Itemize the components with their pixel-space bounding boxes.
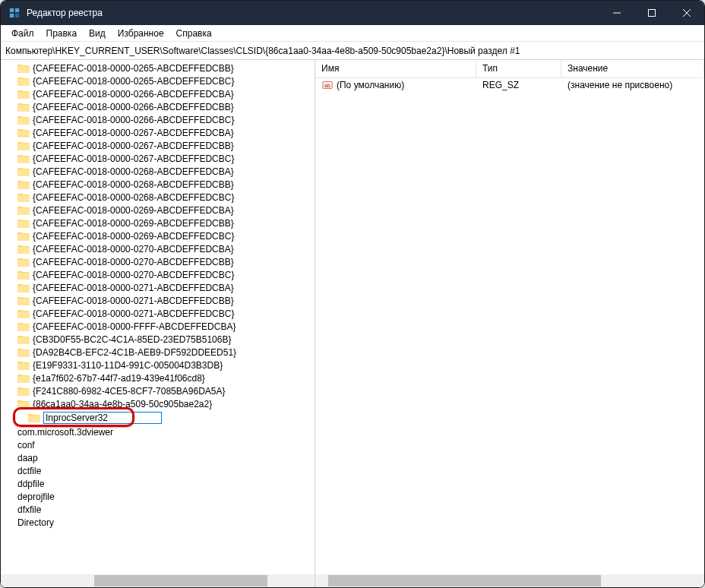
tree-item[interactable]: conf: [1, 438, 315, 451]
tree-item[interactable]: {CAFEEFAC-0018-0000-0268-ABCDEFFEDCBA}: [1, 165, 315, 178]
tree-item-label: com.microsoft.3dviewer: [17, 427, 113, 438]
tree-view[interactable]: {CAFEEFAC-0018-0000-0265-ABCDEFFEDCBB}{C…: [1, 60, 315, 574]
folder-icon: [17, 89, 30, 100]
window-controls: [599, 1, 704, 25]
tree-item[interactable]: {CAFEEFAC-0018-0000-0269-ABCDEFFEDCBC}: [1, 229, 315, 242]
menu-edit[interactable]: Правка: [40, 27, 84, 40]
tree-item-label: {CAFEEFAC-0018-0000-0267-ABCDEFFEDCBA}: [33, 128, 234, 138]
tree-item[interactable]: {CAFEEFAC-0018-0000-0269-ABCDEFFEDCBA}: [1, 204, 315, 217]
tree-item-label: {CAFEEFAC-0018-0000-0268-ABCDEFFEDCBC}: [33, 192, 234, 203]
folder-icon: [17, 205, 30, 216]
tree-item[interactable]: {CAFEEFAC-0018-0000-0267-ABCDEFFEDCBB}: [1, 139, 315, 152]
folder-icon: [17, 360, 30, 371]
tree-item[interactable]: com.microsoft.3dviewer: [1, 425, 315, 438]
tree-item[interactable]: {e1a7f602-67b7-44f7-ad19-439e41f06cd8}: [1, 371, 315, 384]
tree-item[interactable]: {DA92B4CB-EFC2-4C1B-AEB9-DF592DDEED51}: [1, 346, 315, 359]
tree-item[interactable]: {E19F9331-3110-11D4-991C-005004D3B3DB}: [1, 359, 315, 371]
menu-view[interactable]: Вид: [83, 27, 112, 40]
tree-item[interactable]: {CAFEEFAC-0018-0000-0266-ABCDEFFEDCBC}: [1, 113, 315, 126]
tree-item[interactable]: {CAFEEFAC-0018-0000-0266-ABCDEFFEDCBB}: [1, 100, 315, 113]
titlebar[interactable]: Редактор реестра: [1, 1, 704, 25]
tree-item[interactable]: {CAFEEFAC-0018-0000-0265-ABCDEFFEDCBB}: [1, 62, 315, 74]
tree-item[interactable]: {CAFEEFAC-0018-0000-0270-ABCDEFFEDCBA}: [1, 242, 315, 255]
menu-help[interactable]: Справка: [170, 27, 218, 40]
tree-item-label: {CAFEEFAC-0018-0000-0269-ABCDEFFEDCBC}: [33, 231, 234, 242]
tree-item[interactable]: Directory: [1, 516, 315, 529]
svg-text:ab: ab: [324, 83, 330, 88]
close-button[interactable]: [669, 1, 704, 25]
folder-icon: [17, 128, 30, 138]
tree-item-label: {86ca1aa0-34aa-4e8b-a509-50c905bae2a2}: [33, 399, 212, 409]
folder-icon: [17, 76, 30, 87]
address-bar[interactable]: Компьютер\HKEY_CURRENT_USER\Software\Cla…: [1, 42, 704, 60]
tree-item[interactable]: dctfile: [1, 464, 315, 477]
content-area: {CAFEEFAC-0018-0000-0265-ABCDEFFEDCBB}{C…: [1, 60, 704, 587]
tree-item-label: {CAFEEFAC-0018-0000-0265-ABCDEFFEDCBC}: [33, 76, 234, 87]
tree-item-label: daap: [17, 453, 38, 463]
tree-item[interactable]: {CB3D0F55-BC2C-4C1A-85ED-23ED75B5106B}: [1, 333, 315, 346]
tree-item[interactable]: {CAFEEFAC-0018-0000-FFFF-ABCDEFFEDCBA}: [1, 320, 315, 333]
tree-item[interactable]: {CAFEEFAC-0018-0000-0267-ABCDEFFEDCBA}: [1, 126, 315, 139]
tree-item[interactable]: {CAFEEFAC-0018-0000-0271-ABCDEFFEDCBB}: [1, 294, 315, 307]
tree-item-label: {CAFEEFAC-0018-0000-0271-ABCDEFFEDCBC}: [33, 308, 234, 319]
list-panel: Имя Тип Значение ab (По умолчанию) REG_S…: [315, 60, 704, 587]
folder-icon: [17, 179, 30, 190]
tree-item-label: {CAFEEFAC-0018-0000-0271-ABCDEFFEDCBB}: [33, 296, 234, 306]
tree-item[interactable]: ddpfile: [1, 477, 315, 490]
tree-item-label: {CB3D0F55-BC2C-4C1A-85ED-23ED75B5106B}: [33, 334, 231, 345]
value-type: REG_SZ: [476, 80, 561, 90]
list-row[interactable]: ab (По умолчанию) REG_SZ (значение не пр…: [315, 78, 704, 92]
tree-item[interactable]: {CAFEEFAC-0018-0000-0268-ABCDEFFEDCBB}: [1, 178, 315, 191]
folder-icon: [17, 347, 30, 358]
column-value[interactable]: Значение: [561, 60, 704, 77]
tree-item-editing[interactable]: [1, 411, 315, 425]
tree-item-label: {CAFEEFAC-0018-0000-FFFF-ABCDEFFEDCBA}: [33, 321, 236, 332]
folder-icon: [17, 231, 30, 242]
tree-item[interactable]: {CAFEEFAC-0018-0000-0268-ABCDEFFEDCBC}: [1, 191, 315, 204]
folder-icon: [17, 321, 30, 332]
tree-item[interactable]: {CAFEEFAC-0018-0000-0270-ABCDEFFEDCBB}: [1, 255, 315, 268]
tree-item[interactable]: {CAFEEFAC-0018-0000-0267-ABCDEFFEDCBC}: [1, 152, 315, 165]
tree-item[interactable]: {CAFEEFAC-0018-0000-0271-ABCDEFFEDCBA}: [1, 281, 315, 294]
tree-item[interactable]: dfxfile: [1, 503, 315, 516]
tree-item[interactable]: {CAFEEFAC-0018-0000-0266-ABCDEFFEDCBA}: [1, 87, 315, 100]
rename-input[interactable]: [43, 412, 162, 424]
tree-item[interactable]: daap: [1, 451, 315, 464]
tree-item-label: deprojfile: [17, 492, 55, 502]
menu-favorites[interactable]: Избранное: [112, 27, 170, 40]
folder-icon: [17, 218, 30, 229]
tree-item-label: {CAFEEFAC-0018-0000-0271-ABCDEFFEDCBA}: [33, 283, 234, 293]
tree-item-label: {CAFEEFAC-0018-0000-0270-ABCDEFFEDCBC}: [33, 270, 234, 280]
menubar: Файл Правка Вид Избранное Справка: [1, 25, 704, 42]
tree-item[interactable]: {CAFEEFAC-0018-0000-0269-ABCDEFFEDCBB}: [1, 217, 315, 229]
tree-item-label: conf: [17, 440, 35, 450]
value-name: (По умолчанию): [337, 80, 404, 90]
maximize-button[interactable]: [634, 1, 669, 25]
tree-item-label: dctfile: [17, 466, 41, 476]
tree-item[interactable]: {F241C880-6982-4CE5-8CF7-7085BA96DA5A}: [1, 384, 315, 397]
column-type[interactable]: Тип: [476, 60, 561, 77]
tree-item-label: {F241C880-6982-4CE5-8CF7-7085BA96DA5A}: [33, 386, 226, 397]
tree-h-scrollbar[interactable]: [1, 574, 315, 587]
app-icon: [8, 7, 21, 19]
minimize-button[interactable]: [599, 1, 634, 25]
tree-item-label: dfxfile: [17, 504, 41, 515]
folder-icon: [17, 373, 30, 384]
tree-item-label: {CAFEEFAC-0018-0000-0266-ABCDEFFEDCBC}: [33, 115, 234, 125]
list-h-scrollbar[interactable]: [315, 574, 704, 587]
list-body[interactable]: ab (По умолчанию) REG_SZ (значение не пр…: [315, 78, 704, 574]
tree-item-label: {CAFEEFAC-0018-0000-0267-ABCDEFFEDCBB}: [33, 141, 234, 151]
svg-rect-5: [649, 10, 656, 17]
column-name[interactable]: Имя: [315, 60, 476, 77]
list-header: Имя Тип Значение: [315, 60, 704, 78]
tree-item[interactable]: {CAFEEFAC-0018-0000-0271-ABCDEFFEDCBC}: [1, 307, 315, 320]
tree-item[interactable]: {CAFEEFAC-0018-0000-0270-ABCDEFFEDCBC}: [1, 268, 315, 281]
tree-item[interactable]: deprojfile: [1, 490, 315, 503]
tree-item[interactable]: {86ca1aa0-34aa-4e8b-a509-50c905bae2a2}: [1, 397, 315, 410]
svg-rect-3: [15, 14, 19, 17]
tree-item-label: {CAFEEFAC-0018-0000-0266-ABCDEFFEDCBA}: [33, 89, 234, 100]
folder-icon: [17, 153, 30, 164]
tree-item-label: {CAFEEFAC-0018-0000-0269-ABCDEFFEDCBB}: [33, 218, 234, 229]
tree-item[interactable]: {CAFEEFAC-0018-0000-0265-ABCDEFFEDCBC}: [1, 74, 315, 87]
menu-file[interactable]: Файл: [5, 27, 40, 40]
